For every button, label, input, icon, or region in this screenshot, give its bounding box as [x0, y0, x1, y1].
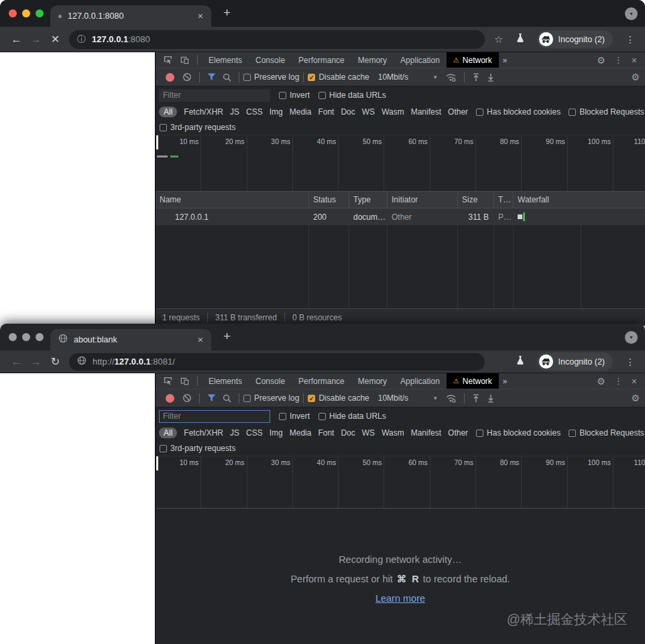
blocked-requests-checkbox[interactable]: [569, 109, 576, 116]
import-har-icon[interactable]: [472, 73, 480, 82]
preserve-log-checkbox[interactable]: [243, 74, 251, 81]
browser-tab[interactable]: 127.0.0.1:8080 ×: [50, 5, 211, 27]
address-bar[interactable]: http://127.0.0.1:8081/: [69, 353, 485, 371]
resource-filter-chip[interactable]: Wasm: [382, 107, 404, 117]
throttling-caret-icon[interactable]: ▾: [434, 395, 437, 401]
zoom-window-button[interactable]: [36, 333, 44, 341]
has-blocked-cookies-checkbox[interactable]: [476, 430, 483, 437]
resource-filter-chip[interactable]: Media: [290, 428, 312, 438]
record-button[interactable]: [166, 73, 174, 82]
col-header-time[interactable]: T…: [494, 192, 514, 208]
col-header-initiator[interactable]: Initiator: [388, 192, 458, 208]
back-button[interactable]: ←: [7, 34, 26, 46]
resource-filter-chip[interactable]: Fetch/XHR: [184, 428, 223, 438]
resource-filter-chip[interactable]: WS: [362, 428, 375, 438]
invert-checkbox[interactable]: [279, 92, 286, 99]
search-icon[interactable]: [223, 73, 231, 82]
devtools-panel-tab[interactable]: Performance: [292, 52, 351, 68]
resource-filter-chip[interactable]: Doc: [341, 107, 355, 117]
back-button[interactable]: ←: [7, 356, 26, 368]
col-header-status[interactable]: Status: [309, 192, 349, 208]
address-bar[interactable]: ⓘ 127.0.0.1:8080: [69, 30, 485, 49]
devtools-panel-tab[interactable]: Elements: [202, 52, 249, 68]
browser-menu-icon[interactable]: ⋮: [626, 34, 635, 45]
extension-flask-icon[interactable]: [516, 355, 524, 368]
col-header-name[interactable]: Name: [156, 192, 309, 208]
devtools-panel-tab[interactable]: Console: [249, 373, 292, 389]
disable-cache-checkbox[interactable]: ✓: [308, 74, 315, 81]
new-tab-button[interactable]: +: [223, 5, 231, 20]
import-har-icon[interactable]: [472, 394, 480, 403]
devtools-settings-icon[interactable]: ⚙: [597, 376, 605, 387]
close-window-button[interactable]: [9, 9, 17, 17]
minimize-window-button[interactable]: [22, 9, 30, 17]
resource-filter-chip[interactable]: WS: [362, 107, 375, 117]
devtools-panel-tab[interactable]: Application: [394, 52, 447, 68]
resource-filter-chip[interactable]: Wasm: [382, 428, 404, 438]
network-overview-timeline[interactable]: 10 ms20 ms30 ms40 ms50 ms60 ms70 ms80 ms…: [156, 135, 645, 192]
throttling-select[interactable]: 10Mbit/s: [378, 393, 408, 403]
resource-filter-chip[interactable]: Font: [318, 107, 334, 117]
devtools-panel-tab[interactable]: Performance: [292, 373, 351, 389]
record-button[interactable]: [166, 394, 174, 403]
minimize-window-button[interactable]: [22, 333, 30, 341]
resource-filter-chip[interactable]: JS: [230, 107, 239, 117]
third-party-checkbox[interactable]: [160, 124, 167, 131]
resource-filter-chip[interactable]: Fetch/XHR: [184, 107, 223, 117]
close-tab-icon[interactable]: ×: [198, 334, 203, 345]
tab-network[interactable]: ⚠ Network: [447, 373, 499, 389]
devtools-menu-icon[interactable]: ⋮: [614, 376, 623, 386]
clear-icon[interactable]: [182, 72, 192, 82]
invert-checkbox[interactable]: [279, 413, 286, 420]
export-har-icon[interactable]: [487, 394, 495, 403]
throttling-caret-icon[interactable]: ▾: [434, 74, 437, 80]
tab-search-chevron-icon[interactable]: ▾: [625, 331, 638, 344]
resource-filter-chip[interactable]: Other: [448, 107, 468, 117]
device-toolbar-icon[interactable]: [180, 55, 190, 65]
filter-funnel-icon[interactable]: [207, 394, 216, 402]
more-panels-icon[interactable]: »: [503, 56, 508, 65]
blocked-requests-checkbox[interactable]: [569, 430, 576, 437]
hide-data-urls-checkbox[interactable]: [318, 413, 326, 420]
resource-filter-chip[interactable]: Doc: [341, 428, 355, 438]
export-har-icon[interactable]: [487, 73, 495, 82]
filter-input[interactable]: [159, 410, 270, 423]
device-toolbar-icon[interactable]: [180, 376, 190, 386]
resource-filter-chip[interactable]: CSS: [246, 428, 263, 438]
inspect-element-icon[interactable]: [163, 55, 173, 65]
learn-more-link[interactable]: Learn more: [375, 593, 425, 604]
network-settings-gear-icon[interactable]: ⚙: [631, 72, 640, 82]
resource-filter-chip[interactable]: JS: [230, 428, 239, 438]
zoom-window-button[interactable]: [36, 9, 44, 17]
resource-filter-chip[interactable]: Manifest: [411, 428, 441, 438]
resource-filter-chip[interactable]: All: [159, 428, 177, 438]
resource-filter-chip[interactable]: Media: [290, 107, 312, 117]
tab-search-chevron-icon[interactable]: ▾: [625, 7, 638, 20]
third-party-checkbox[interactable]: [160, 445, 167, 452]
col-header-type[interactable]: Type: [349, 192, 388, 208]
resource-filter-chip[interactable]: Img: [270, 107, 283, 117]
resource-filter-chip[interactable]: All: [159, 107, 177, 117]
search-icon[interactable]: [223, 394, 231, 403]
close-window-button[interactable]: [9, 333, 17, 341]
stop-button[interactable]: ✕: [46, 33, 65, 46]
close-tab-icon[interactable]: ×: [198, 11, 203, 21]
resource-filter-chip[interactable]: Img: [270, 428, 283, 438]
disable-cache-checkbox[interactable]: ✓: [308, 395, 315, 402]
forward-button[interactable]: →: [26, 356, 46, 368]
incognito-badge[interactable]: Incognito (2): [537, 352, 613, 371]
clear-icon[interactable]: [182, 393, 192, 403]
col-header-waterfall[interactable]: Waterfall: [514, 192, 645, 208]
devtools-panel-tab[interactable]: Elements: [202, 373, 249, 389]
network-conditions-icon[interactable]: [445, 73, 457, 82]
hide-data-urls-checkbox[interactable]: [318, 92, 326, 99]
extension-flask-icon[interactable]: [516, 33, 524, 46]
throttling-select[interactable]: 10Mbit/s: [378, 72, 408, 82]
filter-funnel-icon[interactable]: [207, 73, 216, 81]
new-tab-button[interactable]: +: [223, 329, 231, 344]
network-settings-gear-icon[interactable]: ⚙: [631, 393, 640, 403]
devtools-panel-tab[interactable]: Application: [394, 373, 447, 389]
browser-menu-icon[interactable]: ⋮: [626, 357, 635, 367]
devtools-panel-tab[interactable]: Console: [249, 52, 292, 68]
devtools-menu-icon[interactable]: ⋮: [614, 55, 623, 65]
